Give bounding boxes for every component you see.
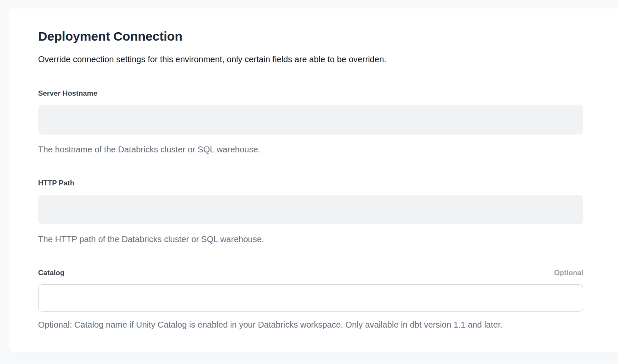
http-path-input <box>38 195 583 224</box>
deployment-connection-card: Deployment Connection Override connectio… <box>8 8 618 352</box>
catalog-label-row: Catalog Optional <box>38 268 583 278</box>
catalog-label: Catalog <box>38 268 64 278</box>
http-path-label: HTTP Path <box>38 179 74 188</box>
card-content: Deployment Connection Override connectio… <box>8 8 618 330</box>
server-hostname-input <box>38 105 583 135</box>
field-catalog: Catalog Optional Optional: Catalog name … <box>38 268 583 330</box>
page-subtitle: Override connection settings for this en… <box>38 53 583 65</box>
catalog-optional-badge: Optional <box>554 269 583 277</box>
http-path-label-row: HTTP Path <box>38 179 583 188</box>
server-hostname-helper-text: The hostname of the Databricks cluster o… <box>38 144 583 155</box>
field-http-path: HTTP Path The HTTP path of the Databrick… <box>38 179 583 245</box>
page-title: Deployment Connection <box>38 29 583 44</box>
catalog-input[interactable] <box>38 284 583 312</box>
server-hostname-label: Server Hostname <box>38 89 97 98</box>
server-hostname-label-row: Server Hostname <box>38 89 583 98</box>
catalog-helper-text: Optional: Catalog name if Unity Catalog … <box>38 319 583 330</box>
form-container: Deployment Connection Override connectio… <box>38 29 583 330</box>
field-server-hostname: Server Hostname The hostname of the Data… <box>38 89 583 155</box>
http-path-helper-text: The HTTP path of the Databricks cluster … <box>38 234 583 245</box>
